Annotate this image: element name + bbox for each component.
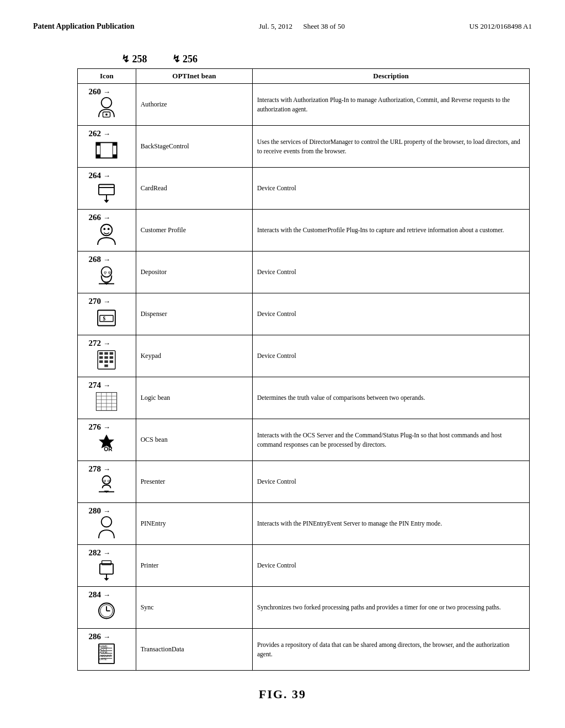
col-header-icon: Icon <box>78 69 136 84</box>
icon-cell: 276→OR <box>78 419 136 461</box>
svg-marker-55 <box>104 578 109 581</box>
table-row: 286→NAME:ACCT:ADDR:AMOUNT:DATE:Transacti… <box>78 629 530 671</box>
icon-cell: 280→ <box>78 503 136 545</box>
table-row: 276→OROCS beanInteracts with the OCS Ser… <box>78 419 530 461</box>
bean-description: Device Control <box>253 251 530 293</box>
svg-rect-33 <box>105 360 109 363</box>
row-number: 276 <box>81 422 101 432</box>
icon-cell: 284→ <box>78 587 136 629</box>
icon-cell: 264→ <box>78 168 136 210</box>
publication-label: Patent Application Publication <box>33 22 135 31</box>
sheet-label: Sheet 38 of 50 <box>303 22 344 30</box>
row-arrow: → <box>103 381 110 390</box>
row-arrow: → <box>103 297 110 306</box>
svg-rect-29 <box>99 356 103 359</box>
row-number: 284 <box>81 590 101 599</box>
bean-name: Presenter <box>136 461 252 503</box>
table-row: 270→$DispenserDevice Control <box>78 293 530 335</box>
row-arrow: → <box>103 591 110 599</box>
svg-rect-28 <box>110 352 114 355</box>
svg-text:φ: φ <box>104 478 106 483</box>
row-number: 272 <box>81 339 101 348</box>
row-arrow: → <box>103 255 110 264</box>
svg-text:OR: OR <box>104 446 113 452</box>
svg-rect-31 <box>110 356 114 359</box>
svg-point-0 <box>102 98 112 108</box>
table-row: 280→PINEntryInteracts with the PINEntryE… <box>78 503 530 545</box>
row-arrow: → <box>103 213 110 222</box>
row-number: 266 <box>81 213 101 222</box>
svg-rect-30 <box>105 356 109 359</box>
bean-description: Interacts with the PINEntryEvent Server … <box>253 503 530 545</box>
svg-rect-6 <box>97 154 100 158</box>
date-label: Jul. 5, 2012 <box>259 22 292 30</box>
row-arrow: → <box>103 633 110 641</box>
bean-description: Interacts with Authorization Plug-In to … <box>253 84 530 126</box>
row-number: 282 <box>81 548 101 558</box>
page-header: Patent Application Publication Jul. 5, 2… <box>33 22 532 31</box>
row-number: 286 <box>81 632 101 641</box>
row-number: 268 <box>81 255 101 264</box>
table-row: 266→Customer ProfileInteracts with the C… <box>78 210 530 251</box>
row-arrow: → <box>103 130 110 138</box>
bean-name: Authorize <box>136 84 252 126</box>
svg-text:φ: φ <box>108 478 110 483</box>
svg-point-2 <box>105 114 108 116</box>
bean-name: Customer Profile <box>136 210 252 251</box>
svg-rect-27 <box>105 352 109 355</box>
svg-point-51 <box>102 517 112 527</box>
table-row: 264→CardReadDevice Control <box>78 168 530 210</box>
icon-cell: 272→ <box>78 335 136 377</box>
bean-description: Synchronizes two forked processing paths… <box>253 587 530 629</box>
svg-rect-10 <box>99 184 114 195</box>
row-arrow: → <box>103 507 110 516</box>
col-header-bean: OPTInet bean <box>136 69 252 84</box>
bean-description: Device Control <box>253 545 530 587</box>
svg-rect-7 <box>113 154 117 158</box>
row-number: 280 <box>81 506 101 516</box>
icon-cell: 274→ <box>78 377 136 419</box>
bean-name: PINEntry <box>136 503 252 545</box>
row-number: 262 <box>81 129 101 138</box>
table-row: 282→PrinterDevice Control <box>78 545 530 587</box>
bean-name: BackStageControl <box>136 126 252 168</box>
bean-name: Logic bean <box>136 377 252 419</box>
bean-name: Sync <box>136 587 252 629</box>
svg-rect-5 <box>113 142 117 146</box>
icon-cell: 268→φφ <box>78 251 136 293</box>
row-arrow: → <box>103 465 110 474</box>
icon-cell: 282→ <box>78 545 136 587</box>
bean-description: Device Control <box>253 168 530 210</box>
bean-description: Determines the truth value of comparison… <box>253 377 530 419</box>
icon-cell: 262→ <box>78 126 136 168</box>
svg-point-16 <box>108 228 110 230</box>
table-row: 262→BackStageControlUses the services of… <box>78 126 530 168</box>
svg-rect-52 <box>100 564 113 574</box>
bracket-256: ↯ 256 <box>172 53 198 65</box>
table-row: 268→φφDepositorDevice Control <box>78 251 530 293</box>
svg-text:$: $ <box>103 316 106 322</box>
table-row: 260→AuthorizeInteracts with Authorizatio… <box>78 84 530 126</box>
icon-cell: 270→$ <box>78 293 136 335</box>
row-number: 278 <box>81 464 101 474</box>
svg-marker-13 <box>104 200 109 203</box>
row-number: 264 <box>81 171 101 180</box>
bean-description: Provides a repository of data that can b… <box>253 629 530 671</box>
svg-text:φ: φ <box>104 270 107 275</box>
page: Patent Application Publication Jul. 5, 2… <box>0 0 565 728</box>
svg-rect-22 <box>98 310 115 325</box>
svg-text:φ: φ <box>108 270 111 275</box>
row-arrow: → <box>103 423 110 432</box>
table-row: 272→KeypadDevice Control <box>78 335 530 377</box>
bean-name: OCS bean <box>136 419 252 461</box>
beans-table: Icon OPTInet bean Description 260→Author… <box>77 68 530 671</box>
icon-cell: 266→ <box>78 210 136 251</box>
bean-name: TransactionData <box>136 629 252 671</box>
bean-name: Printer <box>136 545 252 587</box>
bean-description: Device Control <box>253 293 530 335</box>
row-arrow: → <box>103 339 110 348</box>
table-row: 284→SyncSynchronizes two forked processi… <box>78 587 530 629</box>
bean-description: Interacts with the CustomerProfile Plug-… <box>253 210 530 251</box>
svg-text:DATE:: DATE: <box>99 657 108 661</box>
date-sheet: Jul. 5, 2012 Sheet 38 of 50 <box>259 22 345 31</box>
